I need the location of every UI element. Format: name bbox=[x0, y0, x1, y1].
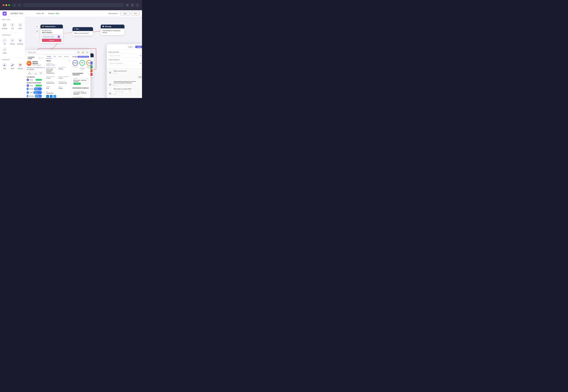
facebook-icon[interactable]: f bbox=[50, 95, 53, 98]
delete-btn[interactable]: 🗑 bbox=[35, 29, 39, 33]
cp-panel-row-2: R Ronak Hiring manag... ▾ bbox=[27, 87, 43, 90]
sidebar-item-message[interactable]: 💬 Message bbox=[1, 22, 8, 30]
cp-back-btn[interactable]: ‹ bbox=[27, 57, 27, 59]
cp-state: State Gujarat bbox=[59, 86, 70, 89]
cp-schedule: PRE-SCREENING SCHEDULE ▾ SLOT 9 ✎ 03 Dec… bbox=[73, 72, 89, 98]
fit-score-ring: 310/40 bbox=[73, 60, 78, 66]
cp-about-header: About ✎ bbox=[46, 60, 70, 62]
sidebar-item-multiselect[interactable]: ⊞ Multiselect bbox=[16, 37, 24, 46]
cp-avatar-section: AS Ajinkya Sharma UI/UX Designer bbox=[27, 61, 43, 66]
cp-search-input[interactable] bbox=[27, 51, 76, 54]
settings-btn[interactable]: ⚙ bbox=[35, 25, 39, 28]
video-icon: ▶ bbox=[2, 63, 7, 67]
cp-slot-label: SLOT 9 bbox=[74, 78, 77, 79]
sidebar-item-file[interactable]: 📄 File bbox=[1, 37, 8, 46]
sidebar-essentials-label: ESSENTIALS bbox=[0, 34, 25, 37]
sidebar-item-button[interactable]: ⊙ Button bbox=[16, 22, 24, 30]
chat-messages[interactable]: 🤖 What's your full name? 3:10 PM John 🤖 bbox=[107, 68, 142, 98]
text-node-1-text: What is your full name? bbox=[74, 32, 91, 34]
message-node: 💬 Message Thanks Nirali for showing the … bbox=[101, 25, 124, 35]
sidebar-most-used-label: MOST USED bbox=[0, 19, 25, 22]
browser-actions: ↺ ★ + bbox=[125, 3, 139, 7]
cp-panel-select-4[interactable]: ▾ bbox=[43, 96, 43, 97]
button-icon: ⊙ bbox=[18, 23, 23, 27]
cp-panel-select-1[interactable]: ▾ bbox=[43, 85, 43, 86]
tab-profile[interactable]: Profile bbox=[46, 55, 52, 58]
sidebar-item-video[interactable]: ▶ Video bbox=[1, 62, 8, 70]
nav-forward[interactable]: › bbox=[17, 3, 21, 7]
text-node-1: T Text What is your full name? bbox=[73, 27, 93, 35]
sidebar-collapse-btn[interactable]: ‹ bbox=[23, 22, 26, 24]
canvas-area[interactable]: ⚙ 🗑 + 🗑 + 🔑 Authentication Hi, This is f… bbox=[25, 17, 142, 98]
chatbot-title-input[interactable] bbox=[9, 12, 27, 15]
cp-join-btn[interactable]: Join Link bbox=[74, 83, 81, 85]
chat-dob-input[interactable]: Enter birth date ➤ bbox=[114, 90, 132, 93]
text-node-1-header: T Text bbox=[73, 27, 93, 31]
cp-lead-member-row: S Suraj Recruited ▾ bbox=[27, 79, 43, 81]
message-icon: 💬 bbox=[2, 23, 7, 27]
tab-activity[interactable]: Activity bbox=[70, 55, 71, 58]
cp-interviewer-schedule-header: INTERVIEWER SCHEDULE bbox=[73, 86, 89, 90]
auth-node-body: Hi, This is from ABC Company! Click here… bbox=[40, 28, 63, 43]
sidebar-item-schedule[interactable]: 📅 Schedule bbox=[16, 62, 24, 70]
email-input-display: Enter your email ➤ bbox=[108, 54, 142, 58]
sidebar-item-text[interactable]: T Text bbox=[9, 22, 16, 30]
main-content: MOST USED 💬 Message T Text ⊙ Button ESSE… bbox=[0, 17, 142, 98]
cp-slot-icon[interactable]: ✎ bbox=[87, 78, 88, 79]
refresh-btn[interactable]: ↺ bbox=[125, 3, 129, 7]
cp-panel-name-3: Parth bbox=[30, 92, 33, 93]
cp-lead-select[interactable]: ▾ bbox=[43, 79, 43, 81]
sidebar-item-yesno[interactable]: ✓ Yes/No bbox=[1, 46, 8, 55]
new-tab-btn[interactable]: + bbox=[135, 3, 139, 7]
tab-interview[interactable]: Interview bbox=[63, 55, 70, 58]
cp-panel-select-2[interactable]: ▾ bbox=[43, 88, 43, 90]
sidebar-item-audio[interactable]: 🎤 Audio bbox=[9, 62, 16, 70]
dot-yellow[interactable] bbox=[5, 4, 7, 6]
sidebar-audio-label: Audio bbox=[11, 68, 14, 69]
address-bar[interactable] bbox=[23, 3, 124, 7]
auth-click-edit[interactable]: Click here to edit A bbox=[42, 35, 61, 39]
cp-score-title: SCORE bbox=[73, 56, 77, 57]
cp-log-btn[interactable]: + Log bbox=[33, 71, 38, 75]
cp-ui-ux-1-label: UI UX INTERVIEW 1 bbox=[73, 97, 89, 98]
cp-prev-arrow[interactable]: ‹ bbox=[38, 57, 40, 59]
cp-edit-icon[interactable]: ✎ bbox=[69, 60, 70, 62]
cp-panel-avatar-2: R bbox=[27, 88, 29, 90]
password-send-icon: ➤ bbox=[140, 62, 141, 64]
cp-next-arrow[interactable]: › bbox=[41, 57, 43, 59]
cp-panel-row-4: B Bhumika Hiring manag... ▾ bbox=[27, 95, 43, 98]
dot-red[interactable] bbox=[2, 4, 4, 6]
linkedin-icon[interactable]: in bbox=[46, 95, 49, 98]
dot-green[interactable] bbox=[8, 4, 10, 6]
cp-panel-select-3[interactable]: ▾ bbox=[43, 92, 43, 93]
nav-back[interactable]: ‹ bbox=[13, 3, 16, 7]
chat-cancel-btn[interactable]: Cancel bbox=[126, 45, 134, 48]
cp-meet-btn[interactable]: Meet bbox=[39, 71, 43, 75]
cp-schedule-chevron[interactable]: ▾ bbox=[89, 73, 89, 75]
sidebar-paratext-label: Paratext bbox=[10, 43, 15, 45]
cp-user-btn[interactable]: A bbox=[86, 51, 89, 54]
auth-icon: 🔑 bbox=[42, 26, 44, 28]
cp-email-btn[interactable]: ✉ Email bbox=[27, 71, 33, 75]
cp-bell-btn[interactable]: 🔔 bbox=[81, 51, 85, 54]
cp-total-exp: Total Experience 5 Years bbox=[46, 76, 58, 79]
bookmark-btn[interactable]: ★ bbox=[131, 3, 134, 7]
cp-panel-avatar-1: S bbox=[27, 84, 29, 87]
sidebar-multiselect-label: Multiselect bbox=[17, 43, 23, 45]
cp-grid-btn[interactable]: ⊞ bbox=[77, 51, 80, 54]
add-btn[interactable]: + bbox=[35, 34, 39, 37]
chat-apply-btn[interactable]: Apply bbox=[135, 46, 142, 48]
cp-panel-badge-1: Recruited bbox=[36, 85, 42, 86]
cp-role: UI/UX Designer bbox=[32, 64, 43, 66]
back-button[interactable]: Back bbox=[120, 12, 130, 15]
twitter-icon[interactable]: t bbox=[53, 95, 56, 98]
cp-left-panel: ‹ Candidate Profile ‹ › AS Ajinkya Sharm… bbox=[25, 55, 45, 98]
sidebar-item-paratext[interactable]: ≡ Paratext bbox=[9, 37, 16, 46]
message-node-text: Thanks Nirali for showing the interest..… bbox=[102, 30, 123, 34]
auth-avatar: A bbox=[58, 36, 60, 38]
tab-email[interactable]: Email bbox=[57, 55, 62, 58]
cp-content: ‹ Candidate Profile ‹ › AS Ajinkya Sharm… bbox=[25, 55, 90, 98]
tab-chat[interactable]: Chat bbox=[52, 55, 57, 58]
exit-button[interactable]: Exit bbox=[131, 12, 139, 15]
cp-expected-ctc: Expected CTC 12,00,000 INR bbox=[59, 81, 70, 84]
